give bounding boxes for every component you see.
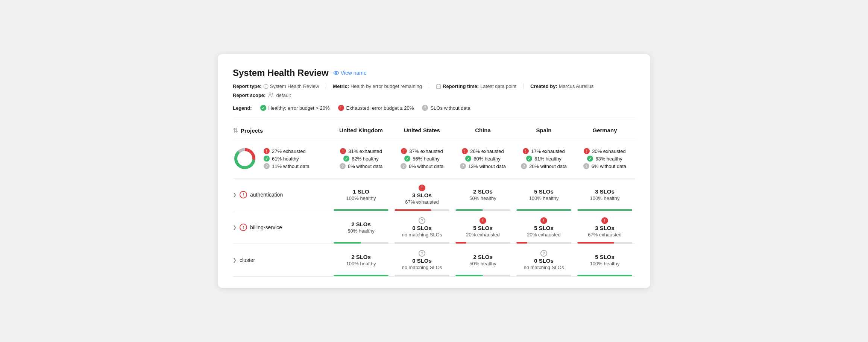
slo-count: 3 SLOs [412, 192, 432, 198]
progress-bar [395, 275, 449, 276]
project-name-billing-service[interactable]: ❯ ! billing-service [233, 211, 331, 244]
de-exhausted-icon: ! [584, 148, 590, 154]
donut-cell: ! 27% exhausted ✓ 61% healthy ? 11% with… [233, 147, 331, 171]
legend-label: Legend: [233, 105, 252, 111]
slo-cell-billing-service-0: 2 SLOs 50% healthy [331, 211, 392, 244]
slo-cell-authentication-2: 2 SLOs 50% healthy [452, 179, 513, 211]
table: ⇅ Projects United Kingdom United States … [233, 127, 635, 277]
eye-icon [333, 70, 339, 76]
slo-sub: 100% healthy [346, 261, 376, 266]
progress-bar [577, 242, 632, 244]
slo-cell-cluster-0: 2 SLOs 100% healthy [331, 244, 392, 276]
cn-healthy-icon: ✓ [465, 156, 471, 162]
slo-sub: 50% healthy [348, 228, 375, 234]
slo-count: 0 SLOs [534, 257, 554, 264]
slo-cell-authentication-4: 3 SLOs 100% healthy [574, 179, 635, 211]
cn-exhausted-icon: ! [462, 148, 468, 154]
svg-point-1 [335, 72, 337, 74]
uk-exhausted-icon: ! [340, 148, 346, 154]
us-exhausted-icon: ! [401, 148, 407, 154]
slo-sub: 100% healthy [590, 261, 620, 266]
slo-sub: no matching SLOs [402, 232, 442, 238]
stat-no-data: ? 11% without data [264, 163, 310, 169]
stat-healthy: ✓ 61% healthy [264, 156, 310, 162]
svg-point-9 [269, 93, 271, 95]
us-healthy-icon: ✓ [404, 156, 410, 162]
progress-bar [395, 242, 449, 244]
es-nodata-icon: ? [521, 163, 527, 169]
healthy-icon-1: ✓ [264, 156, 270, 162]
info-icon [263, 84, 269, 89]
created-by-item: Created by: Marcus Aurelius [530, 83, 600, 89]
slo-cell-billing-service-1: ? 0 SLOs no matching SLOs [392, 211, 452, 244]
region-summary-cn: !26% exhausted ✓60% healthy ?13% without… [452, 148, 513, 169]
table-row: ❯ cluster 2 SLOs 100% healthy ? 0 SLOs n… [233, 244, 635, 277]
us-nodata-icon: ? [401, 163, 407, 169]
exhausted-icon-1: ! [264, 148, 270, 154]
slo-sub: 67% exhausted [588, 232, 622, 238]
progress-fill [577, 242, 614, 244]
slo-cell-authentication-1: ! 3 SLOs 67% exhausted [392, 179, 452, 211]
de-healthy-icon: ✓ [587, 156, 593, 162]
project-name-authentication[interactable]: ❯ ! authentication [233, 179, 331, 211]
slo-sub: 67% exhausted [405, 199, 439, 205]
slo-cell-billing-service-2: ! 5 SLOs 20% exhausted [452, 211, 513, 244]
slo-sub: no matching SLOs [402, 265, 442, 270]
sort-icon[interactable]: ⇅ [233, 127, 238, 134]
slo-sub: no matching SLOs [524, 265, 564, 270]
progress-fill [334, 209, 388, 211]
slo-count: 2 SLOs [473, 254, 493, 260]
project-alert-icon: ! [240, 224, 247, 231]
progress-bar [577, 275, 632, 276]
slo-cell-authentication-3: 5 SLOs 100% healthy [513, 179, 574, 211]
progress-fill [334, 275, 388, 276]
slo-sub: 20% exhausted [466, 232, 500, 238]
legend-no-data-icon: ? [422, 105, 428, 111]
projects-col-header: ⇅ Projects [233, 127, 331, 134]
cn-nodata-icon: ? [460, 163, 466, 169]
table-row: ❯ ! authentication 1 SLO 100% healthy ! … [233, 179, 635, 211]
slo-sub: 50% healthy [469, 261, 496, 266]
slo-sub: 50% healthy [469, 195, 496, 201]
slo-cell-cluster-1: ? 0 SLOs no matching SLOs [392, 244, 452, 276]
progress-fill [455, 275, 483, 276]
legend-row: Legend: ✓ Healthy: error budget > 20% ! … [233, 105, 635, 118]
svg-rect-5 [437, 85, 441, 89]
progress-bar [334, 209, 388, 211]
slo-count: 2 SLOs [351, 254, 371, 260]
slo-count: 1 SLO [353, 188, 369, 195]
report-type-item: Report type: System Health Review [233, 83, 326, 89]
summary-stats: ! 27% exhausted ✓ 61% healthy ? 11% with… [264, 148, 310, 169]
svg-point-0 [334, 71, 338, 74]
users-icon [268, 92, 274, 98]
region-summary-es: !17% exhausted ✓61% healthy ?20% without… [513, 148, 574, 169]
progress-fill [516, 242, 527, 244]
progress-bar [455, 242, 510, 244]
progress-bar [516, 209, 571, 211]
region-summary-us: !37% exhausted ✓56% healthy ?6% without … [392, 148, 452, 169]
es-exhausted-icon: ! [523, 148, 529, 154]
slo-count: 5 SLOs [534, 188, 554, 195]
legend-no-data: ? SLOs without data [422, 105, 470, 111]
slo-count: 5 SLOs [473, 225, 493, 231]
project-name-cluster[interactable]: ❯ cluster [233, 244, 331, 276]
table-header: ⇅ Projects United Kingdom United States … [233, 127, 635, 139]
donut-chart [233, 147, 257, 171]
metric-item: Metric: Health by error budget remaining [333, 83, 429, 89]
de-nodata-icon: ? [583, 163, 589, 169]
view-name-link[interactable]: View name [333, 70, 367, 76]
slo-cell-billing-service-3: ! 5 SLOs 20% exhausted [513, 211, 574, 244]
progress-fill [577, 209, 632, 211]
slo-alert-icon: ! [419, 185, 425, 191]
legend-healthy: ✓ Healthy: error budget > 20% [260, 105, 330, 111]
progress-bar [455, 209, 510, 211]
legend-healthy-icon: ✓ [260, 105, 266, 111]
col-header-de: Germany [574, 127, 635, 134]
progress-fill [516, 209, 571, 211]
slo-alert-icon: ! [480, 217, 486, 224]
progress-fill [334, 242, 361, 244]
col-header-cn: China [452, 127, 513, 134]
progress-fill [577, 275, 632, 276]
region-summary-uk: !31% exhausted ✓62% healthy ?6% without … [331, 148, 392, 169]
progress-bar [516, 242, 571, 244]
